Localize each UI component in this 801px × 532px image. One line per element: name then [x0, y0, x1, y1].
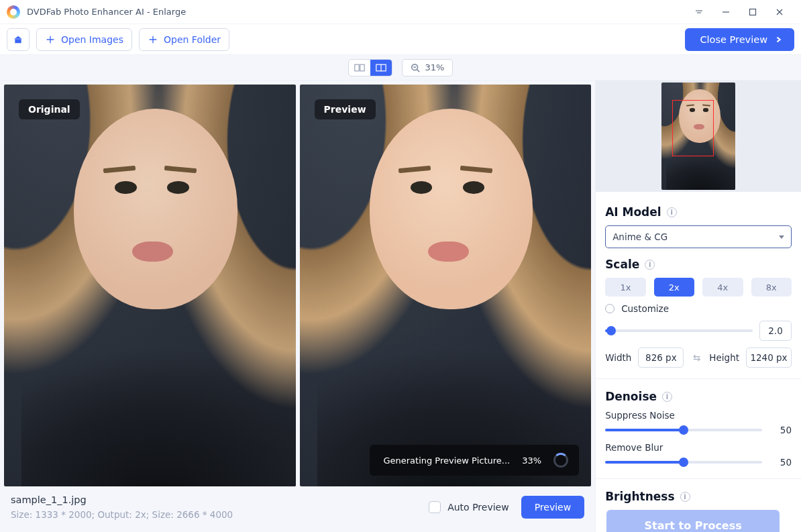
pin-icon[interactable]	[686, 0, 712, 24]
height-input[interactable]: 1240 px	[746, 348, 792, 368]
stage: Original Preview Generating Preview Pict…	[0, 81, 595, 532]
original-pane[interactable]: Original	[4, 85, 296, 486]
preview-tag: Preview	[315, 99, 376, 119]
scale-8x[interactable]: 8x	[751, 278, 792, 297]
dimension-row: Width 826 px ⇆ Height 1240 px	[605, 348, 792, 368]
svg-rect-0	[750, 9, 756, 15]
side-panel: AI Model Anime & CG Scale 1x 2x 4x 8x Cu…	[595, 81, 801, 532]
navigator-thumbnail	[661, 83, 735, 190]
navigator-selection[interactable]	[672, 100, 714, 156]
preview-button[interactable]: Preview	[521, 496, 585, 519]
width-label: Width	[605, 352, 631, 363]
scale-segment: 1x 2x 4x 8x	[605, 278, 792, 297]
compare-mode-segment	[348, 59, 392, 76]
generating-toast: Generating Preview Picture... 33%	[370, 445, 579, 476]
ai-model-title: AI Model	[605, 205, 661, 219]
original-image	[4, 85, 296, 486]
scale-4x[interactable]: 4x	[702, 278, 743, 297]
view-toolbar: 31%	[0, 55, 801, 81]
split-mode[interactable]	[370, 60, 392, 76]
maximize-button[interactable]	[739, 0, 766, 24]
width-input[interactable]: 826 px	[638, 348, 684, 368]
customize-label: Customize	[621, 303, 669, 314]
scale-1x[interactable]: 1x	[605, 278, 645, 297]
original-tag: Original	[19, 99, 80, 119]
suppress-noise-slider[interactable]: 50	[605, 425, 792, 435]
spinner-icon	[553, 453, 568, 468]
filename-label: sample_1_1.jpg	[11, 494, 233, 505]
start-process-button[interactable]: Start to Process	[606, 510, 780, 532]
open-folder-label: Open Folder	[164, 34, 221, 45]
zoom-control[interactable]: 31%	[402, 59, 453, 76]
close-preview-label: Close Preview	[700, 34, 767, 45]
denoise-heading: Denoise	[605, 390, 792, 403]
side-by-side-mode[interactable]	[349, 60, 370, 76]
preview-image	[300, 85, 592, 486]
window-title: DVDFab Photo Enhancer AI - Enlarge	[27, 7, 186, 17]
app-logo-icon	[7, 5, 20, 19]
auto-preview-toggle[interactable]: Auto Preview	[429, 501, 509, 513]
remove-blur-value: 50	[769, 457, 792, 468]
zoom-value: 31%	[425, 62, 445, 72]
brightness-title: Brightness	[605, 490, 674, 503]
ai-model-value: Anime & CG	[612, 231, 668, 242]
open-folder-button[interactable]: Open Folder	[139, 28, 229, 51]
titlebar: DVDFab Photo Enhancer AI - Enlarge	[0, 0, 801, 24]
close-preview-button[interactable]: Close Preview	[685, 28, 794, 51]
scale-heading: Scale	[605, 258, 792, 271]
scale-value-box[interactable]: 2.0	[759, 321, 792, 341]
suppress-noise-label: Suppress Noise	[605, 410, 792, 421]
home-button[interactable]	[7, 28, 30, 51]
info-icon[interactable]	[667, 207, 677, 217]
remove-blur-slider[interactable]: 50	[605, 457, 792, 468]
scale-slider[interactable]: 2.0	[605, 321, 792, 341]
auto-preview-label: Auto Preview	[447, 502, 509, 513]
stage-footer: sample_1_1.jpg Size: 1333 * 2000; Output…	[0, 486, 595, 532]
radio-icon	[605, 304, 615, 313]
preview-pane[interactable]: Preview Generating Preview Picture... 33…	[300, 85, 592, 486]
generating-text: Generating Preview Picture...	[383, 456, 510, 466]
svg-rect-2	[360, 64, 364, 71]
info-icon[interactable]	[662, 392, 672, 402]
link-icon[interactable]: ⇆	[690, 352, 702, 363]
compare-view: Original Preview Generating Preview Pict…	[0, 81, 595, 486]
chevron-down-icon	[779, 235, 784, 239]
close-button[interactable]	[766, 0, 793, 24]
customize-row[interactable]: Customize	[605, 303, 792, 314]
scale-title: Scale	[605, 258, 639, 271]
brightness-heading: Brightness	[605, 490, 792, 503]
info-icon[interactable]	[645, 260, 655, 270]
remove-blur-label: Remove Blur	[605, 442, 792, 453]
ai-model-heading: AI Model	[605, 205, 792, 219]
generating-percent: 33%	[522, 456, 541, 466]
ai-model-select[interactable]: Anime & CG	[605, 225, 792, 248]
denoise-title: Denoise	[605, 390, 657, 403]
height-label: Height	[709, 352, 739, 363]
scale-2x[interactable]: 2x	[654, 278, 694, 297]
actionbar: Open Images Open Folder Close Preview	[0, 24, 801, 55]
open-images-label: Open Images	[61, 34, 123, 45]
checkbox-icon	[429, 501, 441, 513]
svg-rect-1	[354, 64, 358, 71]
navigator[interactable]	[596, 81, 801, 192]
suppress-noise-value: 50	[769, 425, 792, 435]
minimize-button[interactable]	[712, 0, 739, 24]
open-images-button[interactable]: Open Images	[36, 28, 132, 51]
info-icon[interactable]	[680, 492, 690, 502]
fileinfo-label: Size: 1333 * 2000; Output: 2x; Size: 266…	[11, 509, 233, 520]
